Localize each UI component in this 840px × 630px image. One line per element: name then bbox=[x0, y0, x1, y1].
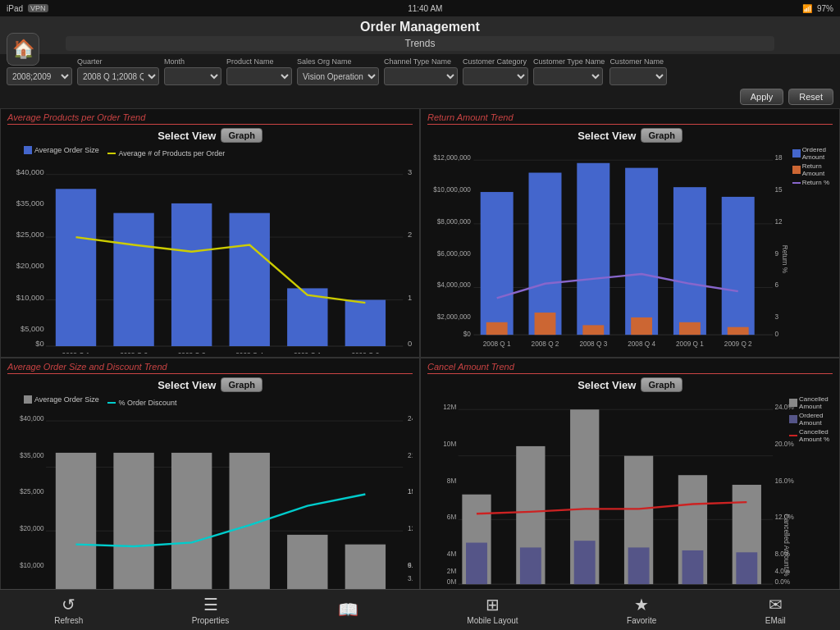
chart-avg-products-viewbar: Select View Graph bbox=[7, 128, 413, 143]
select-view-label-br: Select View bbox=[578, 379, 636, 391]
graph-button-br[interactable]: Graph bbox=[641, 377, 682, 392]
svg-text:2008 Q 4: 2008 Q 4 bbox=[628, 340, 655, 348]
year-select[interactable]: 2008;2009 bbox=[7, 67, 72, 85]
svg-text:6M: 6M bbox=[447, 514, 457, 522]
nav-email-label: EMail bbox=[765, 616, 786, 625]
apply-button[interactable]: Apply bbox=[740, 89, 784, 105]
vpn-label: VPN bbox=[28, 4, 48, 12]
svg-text:$40,000: $40,000 bbox=[20, 415, 44, 422]
legend-label-ordered-br: OrderedAmount bbox=[799, 412, 823, 427]
graph-button-tr[interactable]: Graph bbox=[641, 128, 682, 143]
ipad-label: iPad bbox=[7, 4, 23, 13]
chart-area-tr: OrderedAmount ReturnAmount Return % $12,… bbox=[427, 146, 833, 354]
customer-name-select[interactable] bbox=[609, 67, 667, 85]
svg-text:$20,000: $20,000 bbox=[20, 525, 44, 532]
svg-text:6.0%: 6.0% bbox=[408, 562, 413, 569]
select-view-label-bl: Select View bbox=[158, 379, 216, 391]
svg-rect-79 bbox=[345, 545, 386, 589]
svg-text:4M: 4M bbox=[447, 550, 457, 558]
svg-text:$20,000: $20,000 bbox=[16, 261, 44, 270]
customer-type-filter: Customer Type Name bbox=[533, 57, 605, 85]
svg-text:$25,000: $25,000 bbox=[20, 489, 44, 496]
svg-text:2009 Q 1: 2009 Q 1 bbox=[294, 352, 322, 354]
svg-text:12.0%: 12.0% bbox=[408, 525, 413, 532]
chart-area-bl: $40,000 $35,000 $25,000 $20,000 $10,000 … bbox=[7, 409, 413, 589]
svg-text:$2,000,000: $2,000,000 bbox=[437, 313, 472, 321]
nav-refresh[interactable]: ↺ Refresh bbox=[54, 595, 83, 625]
graph-button-tl[interactable]: Graph bbox=[221, 128, 262, 143]
quarter-select[interactable]: 2008 Q 1;2008 Q 2 bbox=[77, 67, 159, 85]
svg-rect-44 bbox=[722, 197, 755, 335]
customer-type-select[interactable] bbox=[533, 67, 603, 85]
customer-category-filter: Customer Category bbox=[463, 57, 528, 85]
nav-properties[interactable]: ☰ Properties bbox=[192, 595, 230, 625]
svg-text:2008 Q 3: 2008 Q 3 bbox=[178, 352, 206, 354]
header: 🏠 Order Management Trends bbox=[0, 16, 840, 54]
svg-rect-117 bbox=[682, 550, 704, 584]
legend-box-return bbox=[792, 166, 801, 174]
app-title: Order Management bbox=[0, 20, 840, 34]
svg-text:18: 18 bbox=[774, 154, 783, 162]
nav-mobile-layout[interactable]: ⊞ Mobile Layout bbox=[467, 595, 518, 625]
quarter-filter: Quarter 2008 Q 1;2008 Q 2 bbox=[77, 57, 159, 85]
svg-text:0.0%: 0.0% bbox=[774, 578, 790, 586]
svg-text:$35,000: $35,000 bbox=[20, 452, 44, 459]
chart-svg-tr: $12,000,000 $10,000,000 $8,000,000 $6,00… bbox=[427, 146, 833, 354]
svg-rect-74 bbox=[56, 453, 96, 589]
customer-category-select[interactable] bbox=[463, 67, 528, 85]
legend-box-avgorder bbox=[24, 146, 32, 154]
svg-text:24.0%: 24.0% bbox=[408, 415, 413, 422]
svg-text:Return %: Return % bbox=[781, 245, 788, 274]
svg-text:10M: 10M bbox=[443, 441, 456, 448]
channel-filter: Channel Type Name bbox=[384, 57, 458, 85]
favorite-icon: ★ bbox=[634, 595, 649, 614]
reset-button[interactable]: Reset bbox=[788, 89, 833, 105]
nav-properties-label: Properties bbox=[192, 616, 230, 625]
graph-button-bl[interactable]: Graph bbox=[221, 377, 262, 392]
legend-item-ordered-br: OrderedAmount bbox=[789, 412, 829, 427]
sales-org-select[interactable]: Vision Operations bbox=[297, 67, 379, 85]
legend-label-cancelled: CancelledAmount bbox=[799, 395, 829, 410]
legend-label-avgorder: Average Order Size bbox=[34, 146, 99, 154]
product-select[interactable] bbox=[226, 67, 292, 85]
select-view-label-tr: Select View bbox=[578, 130, 636, 142]
filter-toolbar: Year 2008;2009 Quarter 2008 Q 1;2008 Q 2… bbox=[0, 54, 840, 108]
svg-text:16.0%: 16.0% bbox=[774, 477, 794, 485]
nav-book[interactable]: 📖 bbox=[338, 600, 358, 621]
legend-box-cancelpct bbox=[789, 435, 797, 436]
svg-text:6: 6 bbox=[774, 281, 778, 289]
product-filter: Product Name bbox=[226, 57, 292, 85]
svg-text:12: 12 bbox=[774, 218, 783, 226]
nav-favorite-label: Favorite bbox=[627, 616, 656, 625]
month-label: Month bbox=[164, 57, 221, 66]
svg-rect-47 bbox=[582, 325, 604, 335]
legend-tl: Average Order Size Average # of Products… bbox=[7, 146, 413, 158]
svg-text:$10,000: $10,000 bbox=[16, 293, 44, 302]
home-button[interactable]: 🏠 bbox=[7, 33, 39, 66]
svg-text:2008 Q 3: 2008 Q 3 bbox=[579, 340, 607, 348]
legend-box-ordered bbox=[792, 149, 801, 158]
chart-discount-title: Average Order Size and Discount Trend bbox=[7, 362, 413, 374]
svg-text:15.0%: 15.0% bbox=[408, 489, 413, 496]
month-select[interactable] bbox=[164, 67, 221, 85]
svg-text:21.0%: 21.0% bbox=[408, 452, 413, 459]
chart-return-amount: Return Amount Trend Select View Graph Or… bbox=[420, 108, 840, 358]
legend-box-ordered-br bbox=[789, 415, 797, 423]
nav-favorite[interactable]: ★ Favorite bbox=[627, 595, 656, 625]
svg-rect-45 bbox=[486, 322, 508, 335]
svg-rect-40 bbox=[529, 173, 562, 336]
filter-row: Year 2008;2009 Quarter 2008 Q 1;2008 Q 2… bbox=[7, 57, 833, 85]
svg-rect-115 bbox=[574, 541, 596, 584]
bar-tl-q2 bbox=[113, 213, 153, 346]
bluetooth-icon: 📶 bbox=[802, 4, 812, 13]
svg-text:$0: $0 bbox=[463, 331, 472, 338]
chart-return-title: Return Amount Trend bbox=[427, 112, 833, 125]
time-display: 11:40 AM bbox=[408, 4, 442, 13]
email-icon: ✉ bbox=[769, 595, 783, 614]
nav-email[interactable]: ✉ EMail bbox=[765, 595, 786, 625]
channel-select[interactable] bbox=[384, 67, 458, 85]
channel-label: Channel Type Name bbox=[384, 57, 458, 66]
svg-rect-39 bbox=[481, 192, 514, 335]
customer-name-label: Customer Name bbox=[609, 57, 667, 66]
svg-text:3.0%: 3.0% bbox=[408, 576, 413, 583]
